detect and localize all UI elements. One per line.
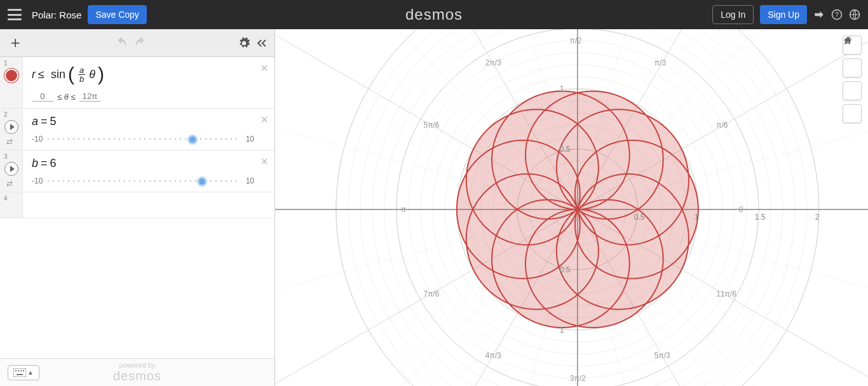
undo-icon[interactable]: [114, 36, 128, 50]
svg-text:0.5: 0.5: [634, 213, 645, 222]
login-button[interactable]: Log In: [712, 5, 754, 24]
expression-toolbar: +: [0, 29, 275, 57]
graph-title[interactable]: Polar: Rose: [32, 10, 81, 20]
svg-text:11π/6: 11π/6: [716, 290, 736, 298]
language-icon[interactable]: [849, 9, 860, 20]
svg-text:2: 2: [815, 213, 820, 222]
svg-text:1: 1: [560, 326, 564, 335]
powered-by: powered by desmos: [113, 361, 161, 383]
settings-icon[interactable]: [238, 37, 250, 50]
delete-row-icon[interactable]: ×: [261, 61, 268, 76]
slider-b[interactable]: [48, 176, 240, 185]
svg-text:π: π: [401, 205, 406, 214]
collapse-panel-icon[interactable]: [255, 37, 268, 50]
svg-rect-8: [17, 374, 23, 375]
domain-high-input[interactable]: [79, 91, 101, 102]
expression-row-3[interactable]: 3 ⇄ × b = 6 -10: [0, 150, 275, 192]
expression-3[interactable]: b = 6: [32, 157, 254, 170]
save-copy-button[interactable]: Save Copy: [88, 5, 146, 24]
redo-icon[interactable]: [133, 36, 147, 50]
home-button[interactable]: [843, 104, 862, 123]
expression-row-4[interactable]: 4: [0, 192, 275, 218]
expression-row-1[interactable]: 1 × r ≤ sin ( a b θ ): [0, 57, 275, 109]
svg-text:5π/6: 5π/6: [423, 121, 439, 130]
help-icon[interactable]: ?: [831, 9, 843, 20]
play-button[interactable]: [4, 120, 18, 134]
zoom-in-button[interactable]: [843, 58, 862, 77]
svg-text:0.5: 0.5: [560, 265, 571, 274]
svg-text:4π/3: 4π/3: [485, 351, 501, 360]
svg-text:3π/2: 3π/2: [570, 374, 586, 383]
svg-text:π/3: π/3: [654, 58, 667, 67]
svg-rect-3: [13, 368, 26, 377]
domain-low-input[interactable]: [32, 91, 53, 102]
expression-2[interactable]: a = 5: [32, 115, 254, 128]
slider-max[interactable]: 10: [246, 176, 254, 185]
share-icon[interactable]: [813, 9, 825, 20]
header-right: Log In Sign Up ?: [712, 5, 860, 24]
svg-rect-5: [18, 370, 19, 371]
row-index: 3: [4, 153, 8, 160]
graph-tools: [843, 36, 862, 123]
svg-text:1: 1: [560, 84, 564, 93]
loop-icon[interactable]: ⇄: [6, 137, 13, 146]
svg-text:2π/3: 2π/3: [485, 58, 501, 67]
svg-text:π/6: π/6: [716, 121, 728, 130]
delete-row-icon[interactable]: ×: [261, 154, 268, 169]
expression-panel: + 1 × r ≤ sin (: [0, 29, 275, 386]
graph-canvas[interactable]: 0.511.520.510.510π/6π/3π/22π/35π/6π7π/64…: [275, 29, 868, 386]
add-expression-button[interactable]: +: [6, 33, 24, 53]
delete-row-icon[interactable]: ×: [261, 112, 268, 127]
svg-text:1: 1: [695, 213, 699, 222]
svg-rect-7: [23, 370, 24, 371]
svg-rect-6: [20, 370, 22, 371]
slider-min[interactable]: -10: [32, 176, 43, 185]
loop-icon[interactable]: ⇄: [6, 179, 13, 188]
polar-plot: 0.511.520.510.510π/6π/3π/22π/35π/6π7π/64…: [275, 29, 868, 386]
svg-text:π/2: π/2: [570, 36, 582, 45]
row-index: 1: [4, 60, 8, 67]
svg-text:?: ?: [835, 11, 839, 18]
expression-rows: 1 × r ≤ sin ( a b θ ): [0, 57, 275, 386]
theta-domain[interactable]: ≤ θ ≤: [32, 91, 254, 102]
row-index: 4: [4, 195, 8, 202]
svg-rect-4: [15, 370, 17, 371]
slider-min[interactable]: -10: [32, 135, 43, 143]
svg-text:7π/6: 7π/6: [423, 290, 439, 298]
zoom-out-button[interactable]: [843, 81, 862, 100]
expression-row-2[interactable]: 2 ⇄ × a = 5 -10: [0, 109, 275, 150]
slider-a[interactable]: [48, 135, 240, 143]
signup-button[interactable]: Sign Up: [760, 5, 807, 24]
app-header: Polar: Rose Save Copy desmos Log In Sign…: [0, 0, 868, 29]
panel-footer: ▲ powered by desmos: [0, 358, 275, 386]
slider-max[interactable]: 10: [246, 135, 254, 143]
svg-text:0: 0: [739, 205, 743, 214]
svg-text:5π/3: 5π/3: [654, 351, 670, 360]
expression-1[interactable]: r ≤ sin ( a b θ ): [32, 63, 254, 85]
row-index: 2: [4, 111, 8, 118]
play-button[interactable]: [4, 162, 18, 176]
menu-icon[interactable]: [8, 9, 22, 20]
keyboard-button[interactable]: ▲: [8, 365, 39, 380]
svg-text:1.5: 1.5: [755, 213, 766, 222]
color-swatch[interactable]: [4, 69, 18, 83]
svg-text:0.5: 0.5: [560, 145, 571, 154]
desmos-logo: desmos: [405, 6, 463, 23]
